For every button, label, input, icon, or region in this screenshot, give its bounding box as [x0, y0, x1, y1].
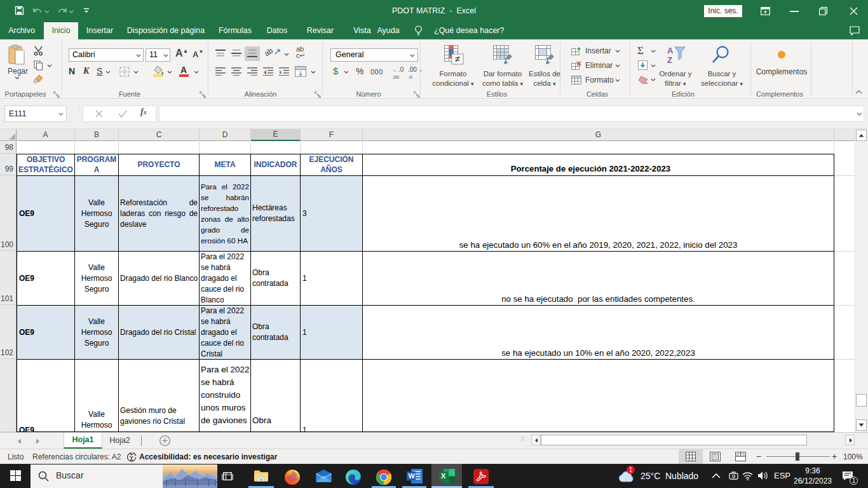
- svg-text:X: X: [441, 472, 446, 480]
- svg-text:W: W: [408, 472, 415, 480]
